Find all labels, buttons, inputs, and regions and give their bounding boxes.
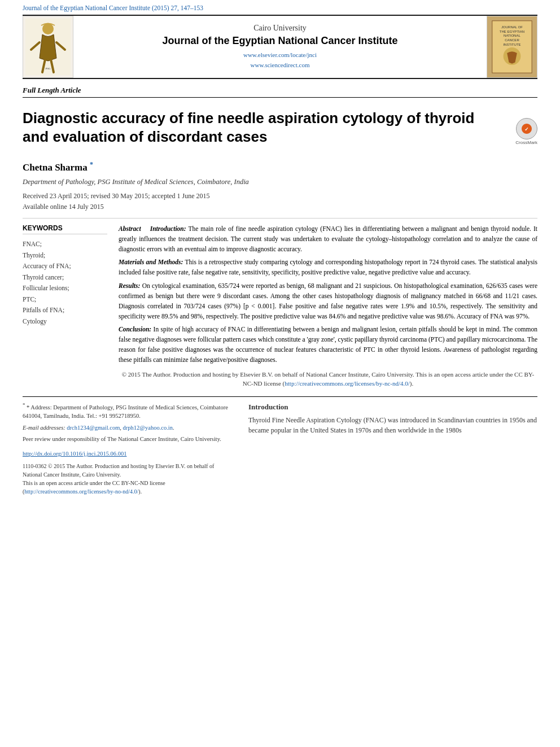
abstract-intro: Abstract Introduction: The main role of … (119, 224, 537, 254)
peer-review-note: Peer review under responsibility of The … (23, 435, 231, 444)
keywords-title: KEYWORDS (23, 224, 107, 234)
abstract-methods: Materials and Methods: This is a retrosp… (119, 257, 537, 278)
svg-text:NATIONAL: NATIONAL (504, 34, 520, 37)
footnote-email: E-mail addresses: drch1234@gmail.com, dr… (23, 423, 231, 433)
dates: Received 23 April 2015; revised 30 May 2… (23, 191, 537, 212)
email-link-2[interactable]: drph12@yahoo.co.in (123, 425, 173, 431)
footnote-left: * * Address: Department of Pathology, PS… (23, 401, 231, 496)
section-divider (23, 218, 537, 219)
title-row: Diagnostic accuracy of fine needle aspir… (23, 102, 537, 152)
header-center: Cairo University Journal of the Egyptian… (73, 18, 487, 76)
footnote-star: * * Address: Department of Pathology, PS… (23, 401, 231, 421)
university-name: Cairo University (85, 24, 475, 33)
introduction-section: Introduction Thyroid Fine Needle Aspirat… (248, 401, 537, 496)
svg-text:JOURNAL OF: JOURNAL OF (501, 25, 523, 29)
svg-text:CANCER: CANCER (505, 38, 519, 42)
introduction-title: Introduction (248, 401, 537, 413)
journal-title-header: Journal of the Egyptian National Cancer … (85, 35, 475, 47)
svg-point-1 (42, 23, 54, 34)
footer-license-link[interactable]: http://creativecommons.org/licenses/by-n… (24, 488, 138, 495)
right-journal-logo: JOURNAL OF THE EGYPTIAN NATIONAL CANCER … (487, 16, 537, 78)
svg-text:INSTITUTE: INSTITUTE (503, 43, 520, 46)
abstract-copyright: © 2015 The Author. Production and hostin… (119, 370, 537, 388)
two-column-layout: KEYWORDS FNAC; Thyroid; Accuracy of FNA;… (23, 224, 537, 388)
keywords-list: FNAC; Thyroid; Accuracy of FNA; Thyroid … (23, 239, 107, 327)
abstract-conclusion: Conclusion: In spite of high accuracy of… (119, 325, 537, 365)
top-journal-link[interactable]: Journal of the Egyptian National Cancer … (23, 3, 537, 12)
introduction-text: Thyroid Fine Needle Aspiration Cytology … (248, 415, 537, 436)
svg-text:PSG: PSG (45, 67, 51, 70)
svg-text:THE EGYPTIAN: THE EGYPTIAN (500, 30, 524, 33)
footer-bottom: 1110-0362 © 2015 The Author. Production … (23, 462, 231, 496)
author-name: Chetna Sharma * (23, 160, 537, 173)
footer-divider (23, 396, 537, 397)
footnote-section: * * Address: Department of Pathology, PS… (23, 401, 537, 496)
doi-link[interactable]: http://dx.doi.org/10.1016/j.jnci.2015.06… (23, 451, 126, 457)
svg-text:✓: ✓ (524, 126, 529, 132)
left-journal-logo: PSG (23, 16, 73, 78)
website-1[interactable]: www.elsevier.com/locate/jnci www.science… (85, 50, 475, 70)
abstract-results: Results: On cytological examination, 635… (119, 281, 537, 321)
article-type: Full Length Article (23, 86, 537, 98)
affiliation: Department of Pathology, PSG Institute o… (23, 178, 537, 186)
cc-license-link[interactable]: http://creativecommons.org/licenses/by-n… (285, 380, 410, 387)
article-title: Diagnostic accuracy of fine needle aspir… (23, 109, 504, 146)
abstract-section: Abstract Introduction: The main role of … (119, 224, 537, 388)
crossmark-badge[interactable]: ✓ CrossMark (515, 107, 537, 145)
doi-line: http://dx.doi.org/10.1016/j.jnci.2015.06… (23, 449, 231, 458)
email-link-1[interactable]: drch1234@gmail.com (67, 425, 120, 431)
keywords-sidebar: KEYWORDS FNAC; Thyroid; Accuracy of FNA;… (23, 224, 107, 388)
